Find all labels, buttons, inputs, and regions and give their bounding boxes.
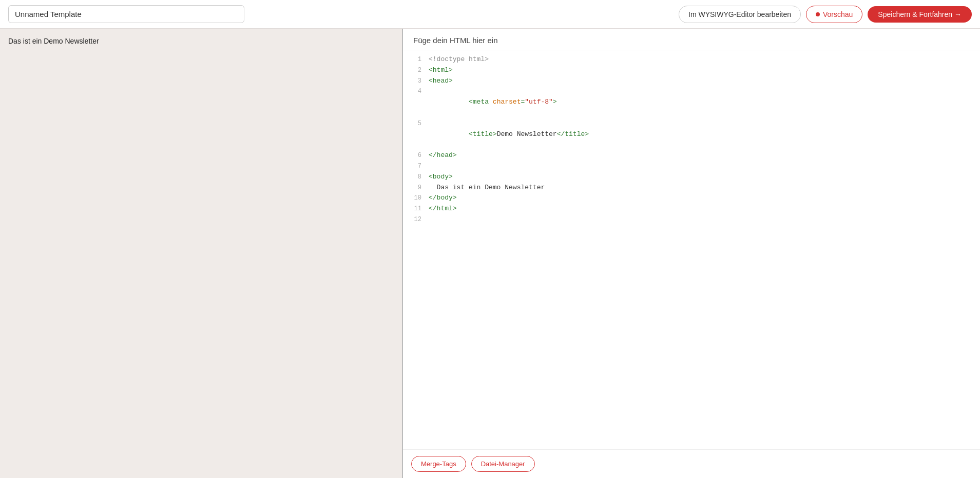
code-line-1: 1 <!doctype html> bbox=[403, 54, 980, 65]
code-editor[interactable]: 1 <!doctype html> 2 <html> 3 <head> 4 <m… bbox=[403, 50, 980, 449]
line-number-2: 2 bbox=[407, 65, 421, 75]
top-bar-actions: Im WYSIWYG-Editor bearbeiten Vorschau Sp… bbox=[679, 6, 972, 23]
code-line-12: 12 bbox=[403, 214, 980, 225]
line-number-12: 12 bbox=[407, 214, 421, 225]
top-bar: Im WYSIWYG-Editor bearbeiten Vorschau Sp… bbox=[0, 0, 980, 29]
line-number-6: 6 bbox=[407, 150, 421, 161]
line-number-4: 4 bbox=[407, 86, 421, 96]
line-content-8: <body> bbox=[429, 172, 453, 183]
code-line-4: 4 <meta charset="utf-8"> bbox=[403, 86, 980, 118]
editor-pane: Füge dein HTML hier ein 1 <!doctype html… bbox=[403, 29, 980, 478]
preview-button[interactable]: Vorschau bbox=[806, 6, 862, 23]
line-number-8: 8 bbox=[407, 172, 421, 182]
line-content-5: <title>Demo Newsletter</title> bbox=[429, 118, 589, 150]
preview-button-label: Vorschau bbox=[823, 10, 853, 18]
code-line-5: 5 <title>Demo Newsletter</title> bbox=[403, 118, 980, 150]
line-content-4: <meta charset="utf-8"> bbox=[429, 86, 557, 118]
save-button[interactable]: Speichern & Fortfahren → bbox=[868, 6, 972, 23]
code-line-6: 6 </head> bbox=[403, 150, 980, 161]
line-number-10: 10 bbox=[407, 193, 421, 203]
line-number-3: 3 bbox=[407, 76, 421, 86]
line-number-7: 7 bbox=[407, 161, 421, 171]
main-layout: Das ist ein Demo Newsletter Füge dein HT… bbox=[0, 29, 980, 478]
editor-header: Füge dein HTML hier ein bbox=[403, 29, 980, 50]
line-content-3: <head> bbox=[429, 76, 453, 87]
line-content-12 bbox=[429, 214, 433, 225]
preview-pane: Das ist ein Demo Newsletter bbox=[0, 29, 403, 478]
code-line-11: 11 </html> bbox=[403, 204, 980, 214]
template-name-input[interactable] bbox=[8, 5, 244, 23]
line-number-9: 9 bbox=[407, 183, 421, 193]
line-content-7 bbox=[429, 161, 433, 172]
code-line-2: 2 <html> bbox=[403, 65, 980, 76]
code-line-10: 10 </body> bbox=[403, 193, 980, 204]
datei-manager-button[interactable]: Datei-Manager bbox=[471, 456, 535, 472]
line-content-6: </head> bbox=[429, 150, 457, 161]
line-content-10: </body> bbox=[429, 193, 457, 204]
editor-footer: Merge-Tags Datei-Manager bbox=[403, 449, 980, 478]
code-line-8: 8 <body> bbox=[403, 172, 980, 183]
line-content-11: </html> bbox=[429, 204, 457, 214]
line-number-11: 11 bbox=[407, 204, 421, 214]
line-content-9: Das ist ein Demo Newsletter bbox=[429, 183, 545, 193]
code-line-7: 7 bbox=[403, 161, 980, 172]
preview-content: Das ist ein Demo Newsletter bbox=[8, 37, 394, 45]
code-line-9: 9 Das ist ein Demo Newsletter bbox=[403, 183, 980, 193]
line-content-1: <!doctype html> bbox=[429, 54, 489, 65]
wysiwyg-editor-button[interactable]: Im WYSIWYG-Editor bearbeiten bbox=[679, 6, 801, 23]
preview-dot-icon bbox=[816, 12, 820, 16]
line-number-5: 5 bbox=[407, 118, 421, 129]
line-number-1: 1 bbox=[407, 54, 421, 65]
merge-tags-button[interactable]: Merge-Tags bbox=[411, 456, 466, 472]
code-line-3: 3 <head> bbox=[403, 76, 980, 87]
line-content-2: <html> bbox=[429, 65, 453, 76]
